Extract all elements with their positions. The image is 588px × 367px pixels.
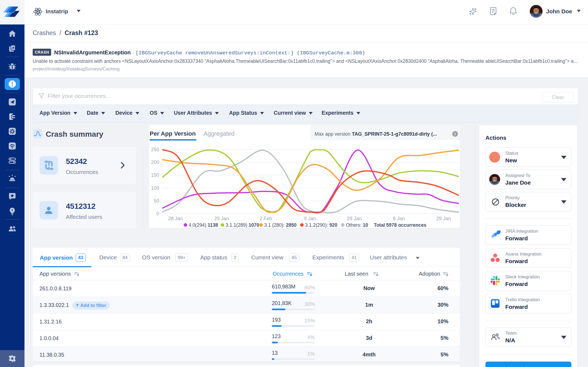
svg-text:100: 100 bbox=[151, 185, 159, 191]
svg-text:8 Jan: 8 Jan bbox=[393, 216, 405, 221]
svg-text:29 Jan: 29 Jan bbox=[436, 216, 451, 221]
svg-text:29 Jan: 29 Jan bbox=[347, 216, 362, 221]
svg-text:200: 200 bbox=[151, 160, 159, 165]
svg-text:9 Jan: 9 Jan bbox=[304, 216, 316, 221]
svg-text:50: 50 bbox=[154, 198, 159, 204]
svg-text:150: 150 bbox=[151, 172, 159, 178]
svg-text:2 Feb: 2 Feb bbox=[260, 216, 272, 221]
svg-text:250: 250 bbox=[151, 147, 159, 152]
svg-text:0: 0 bbox=[156, 211, 159, 216]
svg-text:28 Jan: 28 Jan bbox=[168, 216, 183, 221]
svg-text:29 Jan: 29 Jan bbox=[214, 216, 229, 221]
